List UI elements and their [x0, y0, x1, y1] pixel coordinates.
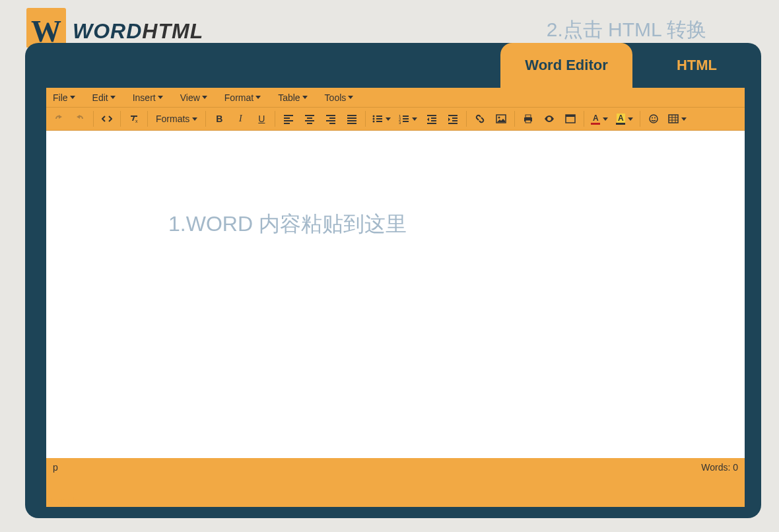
- menu-insert[interactable]: Insert: [130, 90, 166, 106]
- align-right-button[interactable]: [321, 110, 341, 128]
- table-icon: [668, 114, 679, 124]
- chevron-down-icon: [348, 96, 353, 99]
- tab-word-editor-label: Word Editor: [525, 57, 607, 74]
- bg-color-letter: A: [617, 114, 625, 123]
- redo-icon: [75, 114, 85, 124]
- align-center-button[interactable]: [300, 110, 320, 128]
- underline-button[interactable]: U: [252, 110, 271, 128]
- menu-table[interactable]: Table: [275, 90, 310, 106]
- chevron-down-icon: [412, 117, 417, 121]
- chevron-down-icon: [302, 96, 308, 99]
- toolbar-separator: [514, 111, 515, 127]
- menu-tools[interactable]: Tools: [322, 90, 356, 106]
- step-1-label: 1.WORD 内容粘贴到这里: [168, 210, 745, 239]
- svg-point-3: [373, 121, 375, 123]
- indent-button[interactable]: [443, 110, 463, 128]
- svg-point-16: [654, 117, 656, 119]
- logo-word-1: WORD: [73, 19, 142, 43]
- image-button[interactable]: [491, 110, 511, 128]
- emoticon-button[interactable]: [644, 110, 663, 128]
- toolbar-separator: [584, 111, 584, 127]
- tab-html-label: HTML: [677, 57, 717, 74]
- svg-point-1: [373, 116, 375, 117]
- eye-icon: [544, 114, 555, 124]
- svg-point-2: [373, 118, 375, 120]
- toolbar: x Formats B I U 123: [46, 108, 745, 131]
- svg-rect-17: [669, 115, 678, 123]
- fullscreen-button[interactable]: [560, 110, 580, 128]
- bullet-list-button[interactable]: [369, 110, 394, 128]
- align-right-icon: [325, 114, 336, 124]
- svg-rect-13: [566, 115, 575, 117]
- tab-html[interactable]: HTML: [632, 43, 761, 88]
- word-count: Words: 0: [701, 462, 738, 473]
- underline-icon: U: [258, 114, 265, 124]
- chevron-down-icon: [386, 117, 391, 121]
- print-icon: [523, 114, 533, 124]
- bold-icon: B: [216, 114, 222, 124]
- menu-format[interactable]: Format: [222, 90, 263, 106]
- background-color-button[interactable]: A: [613, 110, 636, 128]
- italic-button[interactable]: I: [230, 110, 250, 128]
- chevron-down-icon: [110, 96, 116, 99]
- source-code-button[interactable]: [97, 110, 117, 128]
- tab-word-editor[interactable]: Word Editor: [500, 43, 632, 88]
- menu-file[interactable]: File: [50, 90, 78, 106]
- logo-word-2: HTML: [142, 19, 203, 43]
- toolbar-separator: [275, 111, 275, 127]
- svg-point-8: [498, 117, 500, 119]
- align-justify-button[interactable]: [342, 110, 362, 128]
- editor-content-area[interactable]: 1.WORD 内容粘贴到这里: [46, 131, 745, 458]
- chevron-down-icon: [202, 96, 207, 99]
- menu-view[interactable]: View: [178, 90, 210, 106]
- svg-point-15: [652, 117, 653, 119]
- align-left-icon: [283, 114, 294, 124]
- sample-link[interactable]: Sample: [46, 495, 80, 506]
- outdent-icon: [426, 114, 437, 124]
- text-color-button[interactable]: A: [588, 110, 611, 128]
- link-button[interactable]: [470, 110, 490, 128]
- logo-text: WORDHTML: [73, 19, 203, 44]
- toolbar-separator: [120, 111, 121, 127]
- chevron-down-icon: [628, 117, 633, 121]
- text-color-swatch: [591, 123, 600, 125]
- toolbar-separator: [466, 111, 467, 127]
- menu-edit[interactable]: Edit: [90, 90, 118, 106]
- image-icon: [496, 114, 506, 124]
- print-button[interactable]: [518, 110, 538, 128]
- editor: File Edit Insert View Format Table Tools…: [46, 88, 745, 507]
- align-left-button[interactable]: [279, 110, 298, 128]
- clear-format-icon: x: [129, 114, 139, 124]
- chevron-down-icon: [158, 96, 163, 99]
- svg-text:x: x: [135, 119, 138, 123]
- fullscreen-icon: [565, 114, 576, 124]
- chevron-down-icon: [255, 96, 261, 99]
- tab-bar: Word Editor HTML: [500, 43, 761, 88]
- formats-dropdown[interactable]: Formats: [151, 110, 202, 128]
- bold-button[interactable]: B: [209, 110, 229, 128]
- toolbar-separator: [93, 111, 94, 127]
- svg-rect-10: [525, 115, 531, 117]
- outdent-button[interactable]: [422, 110, 442, 128]
- chevron-down-icon: [681, 117, 687, 121]
- element-path[interactable]: p: [53, 462, 58, 473]
- bullet-list-icon: [372, 114, 383, 124]
- align-justify-icon: [347, 114, 357, 124]
- main-panel: Word Editor HTML File Edit Insert View F…: [25, 43, 761, 518]
- undo-icon: [53, 114, 64, 124]
- clear-formatting-button[interactable]: x: [124, 110, 144, 128]
- italic-icon: I: [239, 114, 242, 124]
- table-button[interactable]: [665, 110, 690, 128]
- numbered-list-button[interactable]: 123: [395, 110, 421, 128]
- svg-text:3: 3: [399, 121, 401, 124]
- toolbar-separator: [147, 111, 148, 127]
- indent-icon: [448, 114, 458, 124]
- undo-button[interactable]: [49, 110, 69, 128]
- numbered-list-icon: 123: [399, 114, 409, 124]
- preview-button[interactable]: [539, 110, 559, 128]
- toolbar-separator: [640, 111, 640, 127]
- toolbar-separator: [365, 111, 366, 127]
- statusbar: p Words: 0: [46, 458, 745, 477]
- redo-button[interactable]: [70, 110, 90, 128]
- toolbar-separator: [205, 111, 206, 127]
